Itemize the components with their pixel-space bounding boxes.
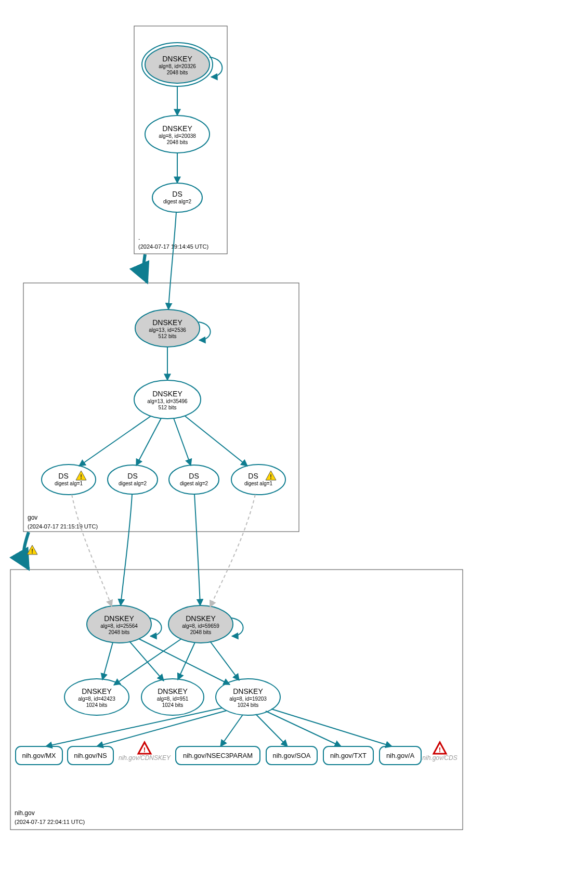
svg-text:DNSKEY: DNSKEY [186, 614, 216, 623]
svg-text:DS: DS [58, 472, 68, 480]
svg-text:DNSKEY: DNSKEY [158, 687, 188, 695]
self-loop-nih-ksk2 [231, 618, 243, 636]
svg-text:DNSKEY: DNSKEY [162, 55, 192, 63]
node-gov-ds1: DS digest alg=1 [42, 465, 96, 495]
svg-text:digest alg=2: digest alg=2 [180, 481, 208, 486]
svg-text:digest alg=2: digest alg=2 [163, 199, 192, 204]
node-gov-ds4: DS digest alg=1 [231, 465, 285, 495]
svg-text:DNSKEY: DNSKEY [104, 614, 134, 623]
edge-z3-mx [46, 708, 222, 746]
warning-icon [27, 545, 37, 555]
node-root-ksk: DNSKEY alg=8, id=20326 2048 bits [142, 43, 213, 86]
svg-text:1024 bits: 1024 bits [162, 702, 184, 708]
error-icon [434, 742, 446, 754]
edge-rootds-govksk [168, 212, 176, 309]
svg-text:2048 bits: 2048 bits [190, 629, 212, 635]
zone-root-label: . [138, 234, 140, 241]
svg-text:alg=8, id=42423: alg=8, id=42423 [78, 696, 115, 702]
svg-text:DNSKEY: DNSKEY [162, 124, 192, 133]
self-loop-nih-ksk1 [150, 618, 162, 636]
svg-text:nih.gov/MX: nih.gov/MX [22, 752, 56, 759]
svg-text:nih.gov/SOA: nih.gov/SOA [273, 752, 311, 759]
svg-text:DNSKEY: DNSKEY [233, 687, 263, 695]
error-icon [138, 742, 151, 754]
svg-text:2048 bits: 2048 bits [109, 629, 130, 635]
edge-z3-ns [97, 711, 227, 746]
svg-text:alg=8, id=25564: alg=8, id=25564 [100, 623, 138, 629]
edge-govzsk-ds4 [185, 416, 247, 466]
node-nih-zsk2: DNSKEY alg=8, id=951 1024 bits [141, 679, 204, 715]
svg-text:nih.gov/NS: nih.gov/NS [74, 752, 107, 759]
edge-ds3-ksk2 [194, 494, 200, 605]
edge-k1-z2 [129, 641, 164, 681]
svg-point-31 [231, 465, 285, 495]
node-root-zsk: DNSKEY alg=8, id=20038 2048 bits [145, 115, 210, 153]
svg-text:nih.gov/TXT: nih.gov/TXT [330, 752, 367, 759]
node-nih-zsk1: DNSKEY alg=8, id=42423 1024 bits [64, 679, 129, 715]
self-loop-gov-ksk [199, 322, 211, 340]
svg-text:2048 bits: 2048 bits [167, 139, 188, 145]
edge-z3-txt [266, 711, 341, 746]
svg-point-22 [42, 465, 96, 495]
svg-text:alg=13, id=35496: alg=13, id=35496 [147, 398, 188, 404]
rr-cdnskey-missing: nih.gov/CDNSKEY [119, 754, 171, 762]
svg-text:alg=8, id=20326: alg=8, id=20326 [159, 63, 196, 69]
edge-govzsk-ds2 [136, 418, 161, 466]
svg-text:DS: DS [172, 190, 182, 198]
svg-text:alg=8, id=20038: alg=8, id=20038 [159, 133, 196, 139]
node-nih-ksk1: DNSKEY alg=8, id=25564 2048 bits [87, 605, 151, 643]
rr-cds-missing: nih.gov/CDS [422, 754, 457, 762]
svg-text:512 bits: 512 bits [158, 405, 176, 410]
zone-gov-label: gov [28, 514, 37, 521]
svg-text:DNSKEY: DNSKEY [152, 318, 182, 327]
node-gov-ds3: DS digest alg=2 [169, 465, 219, 494]
svg-text:alg=13, id=2536: alg=13, id=2536 [149, 327, 186, 333]
svg-text:alg=8, id=19203: alg=8, id=19203 [229, 696, 267, 702]
edge-k1-z1 [102, 642, 113, 680]
self-loop-root-ksk [210, 57, 222, 77]
edge-ds2-ksk1 [121, 494, 132, 605]
edge-ds4-ksk2 [210, 495, 255, 607]
svg-text:1024 bits: 1024 bits [86, 702, 108, 708]
node-gov-ksk: DNSKEY alg=13, id=2536 512 bits [135, 309, 200, 347]
node-gov-zsk: DNSKEY alg=13, id=35496 512 bits [134, 380, 201, 419]
node-nih-zsk3: DNSKEY alg=8, id=19203 1024 bits [216, 679, 280, 715]
svg-text:DS: DS [127, 472, 137, 480]
node-root-ds: DS digest alg=2 [152, 183, 202, 212]
node-gov-ds2: DS digest alg=2 [108, 465, 158, 494]
svg-text:digest alg=2: digest alg=2 [119, 481, 147, 486]
zone-nih-label: nih.gov [15, 809, 35, 817]
edge-k2-z3 [210, 641, 239, 680]
node-nih-ksk2: DNSKEY alg=8, id=59659 2048 bits [168, 605, 233, 643]
dnssec-diagram: ! ! . (2024-07-17 19:14:45 UTC) DNSKEY a… [0, 0, 588, 890]
zone-gov-time: (2024-07-17 21:15:19 UTC) [28, 523, 98, 530]
svg-text:alg=8, id=951: alg=8, id=951 [157, 696, 189, 702]
svg-text:nih.gov/NSEC3PARAM: nih.gov/NSEC3PARAM [183, 752, 253, 759]
edge-ds1-ksk1 [72, 495, 112, 607]
svg-text:digest alg=1: digest alg=1 [55, 481, 83, 486]
edge-k2-z2 [178, 642, 195, 680]
edge-k1-z3 [139, 639, 230, 685]
svg-text:1024 bits: 1024 bits [238, 702, 259, 708]
zone-nih-time: (2024-07-17 22:04:11 UTC) [15, 819, 85, 825]
svg-text:DNSKEY: DNSKEY [82, 687, 112, 695]
svg-text:digest alg=1: digest alg=1 [244, 481, 273, 486]
svg-text:DS: DS [189, 472, 199, 480]
edge-z3-nsec [220, 715, 243, 746]
svg-text:DS: DS [248, 472, 258, 480]
svg-text:nih.gov/A: nih.gov/A [386, 752, 415, 759]
edge-root-to-gov [143, 254, 147, 282]
svg-text:2048 bits: 2048 bits [167, 70, 188, 75]
edge-gov-to-nih [24, 532, 29, 569]
svg-text:alg=8, id=59659: alg=8, id=59659 [182, 623, 219, 629]
edge-k2-z1 [114, 639, 181, 685]
svg-text:512 bits: 512 bits [158, 333, 176, 339]
svg-text:DNSKEY: DNSKEY [152, 390, 182, 398]
edge-z3-a [271, 709, 392, 746]
edge-govzsk-ds3 [174, 418, 191, 466]
